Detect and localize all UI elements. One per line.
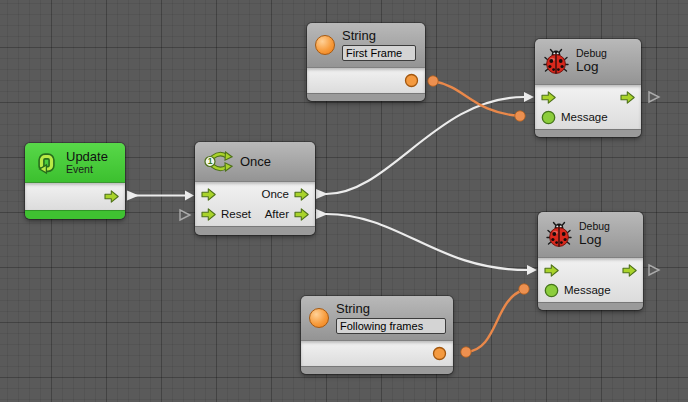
node-subtitle: Event (66, 164, 108, 176)
node-title: String (342, 29, 416, 43)
node-string-first[interactable]: String (307, 23, 425, 101)
wire-after-to-debug-bottom[interactable] (316, 209, 537, 275)
unconnected-indicator-reset (180, 210, 190, 220)
message-label: Message (561, 111, 608, 123)
string-type-icon (315, 35, 335, 55)
string-output-port[interactable] (404, 73, 419, 88)
once-loop-icon: 1 (203, 149, 233, 174)
ladybug-icon (543, 48, 569, 75)
string-type-icon (309, 308, 329, 328)
string-value-field[interactable] (336, 318, 446, 334)
node-update-event[interactable]: Update Event (25, 143, 125, 219)
wire-once-to-debug-top[interactable] (316, 92, 534, 199)
debug-message-row: Message (538, 280, 643, 300)
ladybug-icon (546, 221, 572, 248)
wire-string-following-to-message[interactable] (461, 284, 529, 357)
flow-input-port[interactable] (201, 188, 216, 201)
message-input-port[interactable] (544, 283, 559, 298)
debug-flow-row (538, 260, 643, 280)
reset-input-port[interactable] (201, 208, 216, 221)
graph-canvas[interactable]: Update Event 1 (0, 0, 688, 402)
flow-output-port[interactable] (104, 190, 119, 203)
flow-output-port[interactable] (622, 264, 637, 277)
string-output-port[interactable] (432, 346, 447, 361)
node-once[interactable]: 1 Once Once Reset After (195, 142, 315, 235)
once-row-once: Once (195, 184, 315, 204)
node-debug-log-top[interactable]: Debug Log Message (535, 39, 641, 137)
string-value-field[interactable] (342, 45, 416, 61)
once-output-port[interactable] (294, 188, 309, 201)
once-badge: 1 (208, 156, 213, 166)
flow-output-port[interactable] (620, 91, 635, 104)
node-title: String (336, 302, 446, 316)
wire-update-to-once[interactable] (127, 191, 194, 201)
flow-input-port[interactable] (544, 264, 559, 277)
once-row-reset-after: Reset After (195, 204, 315, 224)
node-title: Log (576, 60, 607, 75)
after-out-label: After (265, 208, 289, 220)
reset-in-label: Reset (221, 208, 251, 220)
debug-message-row: Message (535, 107, 641, 127)
message-label: Message (564, 284, 611, 296)
unconnected-indicator-debug-top-out (649, 92, 659, 102)
update-loop-icon (33, 150, 59, 176)
flow-input-port[interactable] (541, 91, 556, 104)
node-string-following[interactable]: String (301, 296, 453, 374)
node-debug-log-bottom[interactable]: Debug Log Message (538, 212, 643, 310)
node-title: Update (66, 150, 108, 164)
message-input-port[interactable] (541, 110, 556, 125)
debug-flow-row (535, 87, 641, 107)
node-title: Once (240, 155, 271, 169)
unconnected-indicator-debug-bottom-out (649, 265, 659, 275)
once-out-label: Once (262, 188, 290, 200)
after-output-port[interactable] (294, 208, 309, 221)
node-title: Log (579, 233, 610, 248)
